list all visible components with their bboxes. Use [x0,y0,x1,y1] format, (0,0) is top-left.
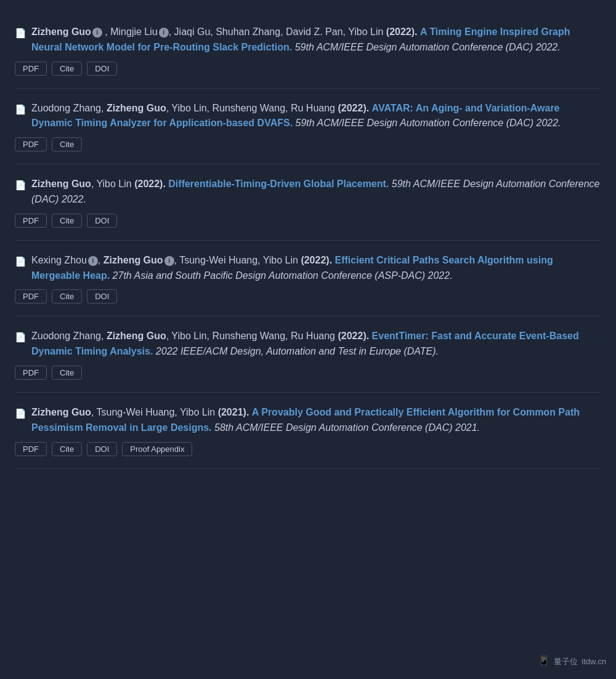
author: , Yibo Lin, Runsheng Wang, Ru Huang [166,103,335,113]
pub-year: (2022). [134,179,166,189]
btn-cite[interactable]: Cite [52,366,82,380]
pub-header: 📄Zizheng Guo, Yibo Lin (2022). Different… [15,177,601,207]
pub-year: (2022). [301,255,332,265]
document-icon: 📄 [15,406,26,420]
pub-year: (2022). [386,26,418,37]
publication-item: 📄Zizheng Guoi , Mingjie Liui, Jiaqi Gu, … [15,12,601,89]
author: , Yibo Lin, Runsheng Wang, Ru Huang [166,331,335,341]
author-bold: Zizheng Guo [103,255,163,265]
document-icon: 📄 [15,254,26,268]
btn-cite[interactable]: Cite [52,214,82,228]
publication-item: 📄Kexing Zhoui, Zizheng Guoi, Tsung-Wei H… [15,241,601,317]
pub-text-block: Zuodong Zhang, Zizheng Guo, Yibo Lin, Ru… [31,101,601,132]
pub-year: (2022). [338,103,369,113]
publication-item: 📄Zuodong Zhang, Zizheng Guo, Yibo Lin, R… [15,316,601,393]
document-icon: 📄 [15,178,26,192]
pub-header: 📄Kexing Zhoui, Zizheng Guoi, Tsung-Wei H… [15,253,601,284]
pub-buttons: PDFCite [15,137,601,151]
btn-pdf[interactable]: PDF [15,62,47,76]
btn-cite[interactable]: Cite [52,289,82,303]
btn-doi[interactable]: DOI [87,442,117,456]
pub-buttons: PDFCiteDOI [15,289,601,303]
pub-buttons: PDFCiteDOI [15,214,601,228]
pub-venue: 27th Asia and South Pacific Design Autom… [113,270,453,281]
author-bold: Zizheng Guo [107,331,166,341]
author: Zuodong Zhang, [31,103,107,113]
document-icon: 📄 [15,26,26,40]
btn-cite[interactable]: Cite [52,442,82,456]
btn-pdf[interactable]: PDF [15,137,47,151]
author-info-icon[interactable]: i [159,28,169,38]
publication-item: 📄Zizheng Guo, Tsung-Wei Huang, Yibo Lin … [15,393,601,469]
author: , Mingjie Liu [102,26,158,37]
pub-header: 📄Zizheng Guoi , Mingjie Liui, Jiaqi Gu, … [15,25,601,55]
btn-pdf[interactable]: PDF [15,289,47,303]
pub-venue: 58th ACM/IEEE Design Automation Conferen… [214,422,480,433]
pub-title[interactable]: Differentiable-Timing-Driven Global Plac… [168,179,389,189]
btn-cite[interactable]: Cite [52,137,82,151]
btn-cite[interactable]: Cite [52,62,82,76]
document-icon: 📄 [15,102,26,116]
watermark-icon: 📱 [538,654,550,669]
author: Zuodong Zhang, [31,331,107,341]
pub-text-block: Zizheng Guo, Tsung-Wei Huang, Yibo Lin (… [31,405,601,436]
pub-venue: 59th ACM/IEEE Design Automation Conferen… [296,118,561,128]
watermark-subtext: itdw.cn [582,656,606,668]
author-bold: Zizheng Guo [107,103,166,113]
pub-year: (2022). [338,331,369,341]
author-bold: Zizheng Guo [31,407,91,417]
pub-header: 📄Zizheng Guo, Tsung-Wei Huang, Yibo Lin … [15,405,601,436]
publication-item: 📄Zizheng Guo, Yibo Lin (2022). Different… [15,164,601,241]
pub-text-block: Zizheng Guoi , Mingjie Liui, Jiaqi Gu, S… [31,25,601,55]
document-icon: 📄 [15,330,26,344]
btn-pdf[interactable]: PDF [15,366,47,380]
author: , Tsung-Wei Huang, Yibo Lin [91,407,215,417]
pub-year: (2021). [218,407,249,417]
pub-header: 📄Zuodong Zhang, Zizheng Guo, Yibo Lin, R… [15,101,601,132]
publications-list: 📄Zizheng Guoi , Mingjie Liui, Jiaqi Gu, … [15,12,601,469]
author-bold: Zizheng Guo [31,179,91,189]
pub-text-block: Zuodong Zhang, Zizheng Guo, Yibo Lin, Ru… [31,329,601,360]
author-bold: Zizheng Guo [31,26,91,37]
publication-item: 📄Zuodong Zhang, Zizheng Guo, Yibo Lin, R… [15,89,601,165]
btn-pdf[interactable]: PDF [15,214,47,228]
pub-text-block: Kexing Zhoui, Zizheng Guoi, Tsung-Wei Hu… [31,253,601,284]
pub-text-block: Zizheng Guo, Yibo Lin (2022). Differenti… [31,177,601,207]
pub-venue: 59th ACM/IEEE Design Automation Conferen… [295,42,561,52]
author: , [98,255,103,265]
author: , Tsung-Wei Huang, Yibo Lin [174,255,298,265]
btn-doi[interactable]: DOI [87,289,117,303]
pub-venue: 2022 IEEE/ACM Design, Automation and Tes… [156,346,439,356]
author-info-icon[interactable]: i [92,28,102,38]
btn-proof-appendix[interactable]: Proof Appendix [122,442,192,456]
author: , Jiaqi Gu, Shuhan Zhang, David Z. Pan, … [169,26,384,37]
btn-pdf[interactable]: PDF [15,442,47,456]
btn-doi[interactable]: DOI [87,62,117,76]
author-info-icon[interactable]: i [164,256,174,266]
btn-doi[interactable]: DOI [87,214,117,228]
pub-buttons: PDFCite [15,366,601,380]
pub-buttons: PDFCiteDOIProof Appendix [15,442,601,456]
author: Kexing Zhou [31,255,87,265]
pub-header: 📄Zuodong Zhang, Zizheng Guo, Yibo Lin, R… [15,329,601,360]
watermark: 📱 量子位 itdw.cn [538,654,606,669]
pub-buttons: PDFCiteDOI [15,62,601,76]
author: , Yibo Lin [91,179,132,189]
author-info-icon[interactable]: i [88,256,98,266]
watermark-text: 量子位 [554,656,578,668]
